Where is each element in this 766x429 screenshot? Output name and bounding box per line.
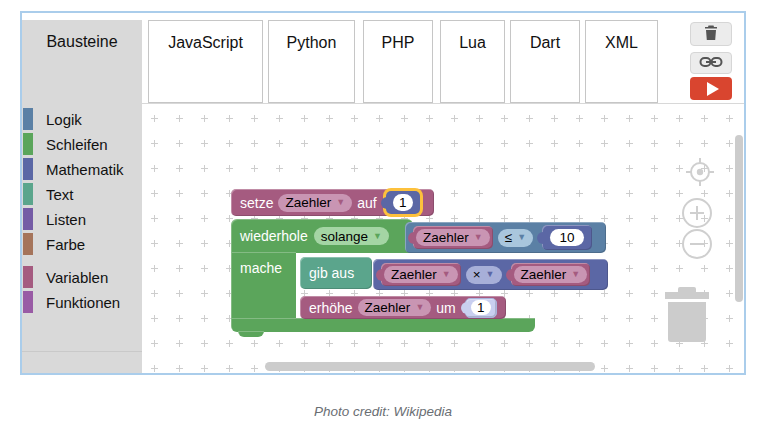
number-input[interactable]: 10 xyxy=(550,229,584,246)
chevron-down-icon: ▼ xyxy=(373,232,382,241)
multiply-block[interactable]: Zaehler ▼ × ▼ Zaehler ▼ xyxy=(373,259,608,290)
number-input[interactable]: 1 xyxy=(393,194,413,211)
repeat-block-left-column[interactable]: mache xyxy=(231,252,296,319)
blockly-widget: Bausteine JavaScript Python PHP Lua Dart… xyxy=(20,11,746,375)
print-block[interactable]: gib aus xyxy=(300,257,372,289)
link-icon xyxy=(699,54,723,72)
zoom-in-button[interactable] xyxy=(682,198,712,228)
category-color-swatch xyxy=(23,233,33,255)
toolbox-sidebar: Logik Schleifen Mathematik Text Listen F… xyxy=(22,103,142,373)
category-color-swatch xyxy=(23,183,33,205)
zoom-out-icon xyxy=(690,243,704,245)
category-color-swatch xyxy=(23,108,33,130)
comparison-block[interactable]: Zaehler ▼ ≤ ▼ 10 xyxy=(405,222,606,253)
category-logik[interactable]: Logik xyxy=(22,108,142,130)
category-text[interactable]: Text xyxy=(22,183,142,205)
repeat-block-next-connector xyxy=(238,331,264,337)
zoom-to-fit-icon xyxy=(686,158,714,186)
tab-xml[interactable]: XML xyxy=(585,20,658,103)
category-funktionen[interactable]: Funktionen xyxy=(22,291,142,313)
chevron-down-icon: ▼ xyxy=(336,198,345,207)
zoom-to-fit-button[interactable] xyxy=(686,158,714,186)
play-icon xyxy=(707,82,719,96)
shadow-number-block[interactable]: 1 xyxy=(465,298,497,318)
chevron-down-icon: ▼ xyxy=(442,270,451,279)
variable-block[interactable]: Zaehler ▼ xyxy=(413,226,493,249)
repeat-mode-dropdown[interactable]: solange ▼ xyxy=(314,227,389,245)
workspace-trashcan[interactable] xyxy=(665,287,709,342)
tab-python[interactable]: Python xyxy=(268,20,355,103)
increment-variable-block[interactable]: erhöhe Zaehler ▼ um 1 xyxy=(300,296,506,319)
tab-bausteine[interactable]: Bausteine xyxy=(22,20,142,103)
horizontal-scrollbar[interactable] xyxy=(265,362,595,371)
chevron-down-icon: ▼ xyxy=(474,233,483,242)
discard-blocks-button[interactable] xyxy=(690,22,732,46)
number-block-selected[interactable]: 1 xyxy=(386,191,420,214)
trash-icon xyxy=(704,25,718,44)
link-blocks-button[interactable] xyxy=(690,52,732,74)
category-farbe[interactable]: Farbe xyxy=(22,233,142,255)
chevron-down-icon: ▼ xyxy=(415,303,424,312)
photo-credit-caption: Photo credit: Wikipedia xyxy=(0,404,766,419)
variable-dropdown[interactable]: Zaehler ▼ xyxy=(384,266,458,283)
category-color-swatch xyxy=(23,266,33,288)
operator-dropdown[interactable]: ≤ ▼ xyxy=(498,229,533,247)
chevron-down-icon: ▼ xyxy=(571,270,580,279)
variable-dropdown[interactable]: Zaehler ▼ xyxy=(416,229,490,246)
tab-javascript[interactable]: JavaScript xyxy=(148,20,263,103)
blockly-workspace[interactable]: wiederhole solange ▼ mache setze Zaehler… xyxy=(142,103,744,373)
number-block[interactable]: 10 xyxy=(542,225,592,250)
zoom-out-button[interactable] xyxy=(682,229,712,259)
category-color-swatch xyxy=(23,291,33,313)
vertical-scrollbar[interactable] xyxy=(735,135,743,302)
category-color-swatch xyxy=(23,208,33,230)
variable-dropdown[interactable]: Zaehler ▼ xyxy=(358,299,432,316)
category-separator xyxy=(22,351,142,352)
category-schleifen[interactable]: Schleifen xyxy=(22,133,142,155)
number-input[interactable]: 1 xyxy=(471,300,491,315)
category-mathematik[interactable]: Mathematik xyxy=(22,158,142,180)
variable-dropdown[interactable]: Zaehler ▼ xyxy=(514,266,588,283)
category-color-swatch xyxy=(23,158,33,180)
set-variable-block[interactable]: setze Zaehler ▼ auf 1 xyxy=(231,189,434,216)
operator-dropdown[interactable]: × ▼ xyxy=(466,266,502,284)
variable-block[interactable]: Zaehler ▼ xyxy=(381,263,461,286)
tab-lua[interactable]: Lua xyxy=(440,20,505,103)
repeat-while-block[interactable]: wiederhole solange ▼ xyxy=(231,219,413,253)
category-color-swatch xyxy=(23,133,33,155)
tab-php[interactable]: PHP xyxy=(363,20,433,103)
variable-block[interactable]: Zaehler ▼ xyxy=(511,263,591,286)
repeat-block-bottom-bar[interactable] xyxy=(231,318,535,332)
chevron-down-icon: ▼ xyxy=(517,233,526,242)
chevron-down-icon: ▼ xyxy=(486,270,495,279)
category-listen[interactable]: Listen xyxy=(22,208,142,230)
run-code-button[interactable] xyxy=(690,77,732,100)
tab-dart[interactable]: Dart xyxy=(510,20,580,103)
category-variablen[interactable]: Variablen xyxy=(22,266,142,288)
variable-dropdown[interactable]: Zaehler ▼ xyxy=(278,194,352,212)
